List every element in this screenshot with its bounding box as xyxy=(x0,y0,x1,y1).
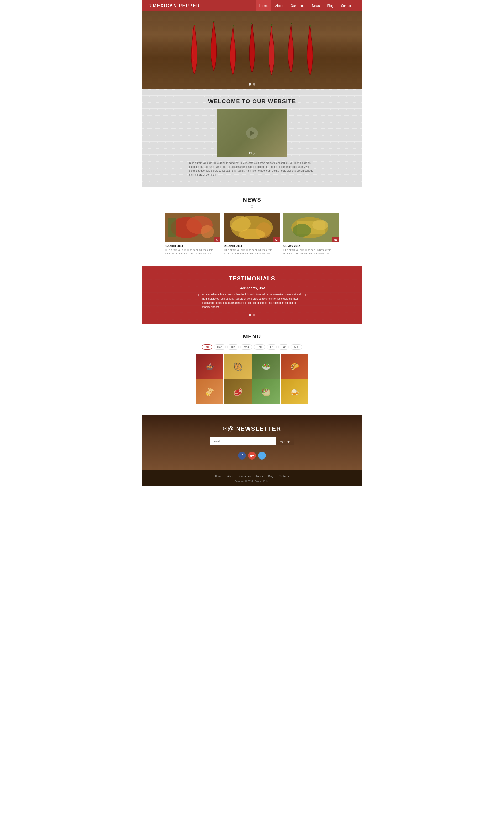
menu-food-icon-7: 🥙 xyxy=(262,388,271,396)
nav-about[interactable]: About xyxy=(271,0,287,11)
menu-tab-sat[interactable]: Sat xyxy=(278,344,289,350)
news-image-3[interactable]: $6 xyxy=(283,213,339,242)
menu-tab-mon[interactable]: Mon xyxy=(214,344,225,350)
menu-item-4[interactable]: 🌮 xyxy=(281,354,308,379)
news-desc-2: Duis autem vel eum iriure dolor in hendr… xyxy=(224,248,280,255)
menu-item-5[interactable]: 🫔 xyxy=(196,379,223,404)
svg-point-13 xyxy=(293,224,311,237)
news-desc-3: Duis autem vel eum iriure dolor in hendr… xyxy=(283,248,339,255)
menu-tab-sun[interactable]: Sun xyxy=(291,344,302,350)
news-divider xyxy=(152,205,352,208)
welcome-section: WELCOME TO OUR WEBSITE Play Duis autem v… xyxy=(142,89,362,187)
nav-home[interactable]: Home xyxy=(256,0,271,11)
pepper-7 xyxy=(301,25,319,76)
newsletter-section: ✉@ NEWSLETTER sign up f g+ t xyxy=(142,415,362,470)
menu-tab-tue[interactable]: Tue xyxy=(227,344,239,350)
nav-news[interactable]: News xyxy=(308,0,324,11)
welcome-description: Duis autem vel eum iriure dolor in hendr… xyxy=(189,161,315,177)
play-label: Play xyxy=(249,152,255,155)
newsletter-email-icon: ✉@ xyxy=(223,425,233,432)
testimonial-carousel-dots xyxy=(157,314,347,316)
menu-item-8[interactable]: 🍛 xyxy=(281,379,308,404)
news-img-svg-2 xyxy=(224,213,280,242)
menu-section: MENU All Mon Tue Wed Thu Fri Sat Sun 🍲 🥘… xyxy=(142,324,362,415)
footer-nav-news[interactable]: News xyxy=(256,475,263,478)
news-image-1[interactable]: $7 xyxy=(165,213,221,242)
welcome-title: WELCOME TO OUR WEBSITE xyxy=(147,98,357,105)
pepper-2 xyxy=(205,21,223,76)
menu-item-7[interactable]: 🥙 xyxy=(252,379,280,404)
footer: Home About Our menu News Blog Contacts C… xyxy=(142,470,362,486)
menu-food-icon-3: 🥗 xyxy=(262,362,271,371)
testimonial-text: Autem vel eum iriure dolor in hendrerit … xyxy=(202,293,302,309)
menu-tab-thu[interactable]: Thu xyxy=(254,344,265,350)
svg-point-9 xyxy=(239,229,265,239)
news-desc-1: Duis autem vel eum iriure dolor in hendr… xyxy=(165,248,221,255)
pepper-6 xyxy=(282,23,300,76)
menu-food-grid: 🍲 🥘 🥗 🌮 🫔 🥩 🥙 🍛 xyxy=(196,354,308,404)
footer-nav-blog[interactable]: Blog xyxy=(268,475,273,478)
news-date-3: 01 May 2014 xyxy=(283,244,339,247)
newsletter-title-area: ✉@ NEWSLETTER xyxy=(147,425,357,432)
news-price-2: $2 xyxy=(273,237,280,242)
menu-food-icon-1: 🍲 xyxy=(205,362,214,371)
facebook-icon[interactable]: f xyxy=(238,452,246,460)
testimonial-author: Jack Adams, USA xyxy=(157,286,347,290)
menu-item-6[interactable]: 🥩 xyxy=(224,379,252,404)
menu-item-2[interactable]: 🥘 xyxy=(224,354,252,379)
menu-tabs: All Mon Tue Wed Thu Fri Sat Sun xyxy=(152,344,352,350)
hero-carousel-dots xyxy=(249,83,255,86)
moon-icon: ☽ xyxy=(147,3,151,9)
pepper-4 xyxy=(243,23,261,76)
news-card-2: $2 21 April 2014 Duis autem vel eum iriu… xyxy=(224,213,280,255)
news-image-2[interactable]: $2 xyxy=(224,213,280,242)
peppers-display xyxy=(185,19,319,82)
menu-tab-fri[interactable]: Fri xyxy=(267,344,277,350)
menu-tab-wed[interactable]: Wed xyxy=(240,344,252,350)
news-img-svg-3 xyxy=(283,213,339,242)
google-plus-icon[interactable]: g+ xyxy=(248,452,256,460)
footer-nav-contacts[interactable]: Contacts xyxy=(279,475,289,478)
menu-item-3[interactable]: 🥗 xyxy=(252,354,280,379)
news-img-svg-1 xyxy=(165,213,221,242)
newsletter-email-input[interactable] xyxy=(210,437,276,445)
menu-item-1[interactable]: 🍲 xyxy=(196,354,223,379)
footer-nav-our-menu[interactable]: Our menu xyxy=(239,475,251,478)
close-quote-icon: " xyxy=(305,293,308,302)
news-title: NEWS xyxy=(152,196,352,203)
pepper-1 xyxy=(185,24,204,76)
hero-dot-1[interactable] xyxy=(249,83,251,86)
hero-section xyxy=(142,11,362,89)
testimonial-dot-1[interactable] xyxy=(249,314,251,316)
newsletter-submit-button[interactable]: sign up xyxy=(276,437,294,445)
svg-point-14 xyxy=(312,220,328,230)
menu-food-icon-5: 🫔 xyxy=(205,388,214,396)
header: ☽ MEXICAN PEPPER Home About Our menu New… xyxy=(142,0,362,11)
news-card-1: $7 12 April 2014 Duis autem vel eum iriu… xyxy=(165,213,221,255)
testimonials-section: TESTIMONIALS Jack Adams, USA " Autem vel… xyxy=(142,266,362,324)
twitter-icon[interactable]: t xyxy=(258,452,266,460)
svg-rect-3 xyxy=(168,218,176,237)
menu-food-icon-2: 🥘 xyxy=(233,362,243,371)
news-grid: $7 12 April 2014 Duis autem vel eum iriu… xyxy=(152,213,352,255)
hero-dot-2[interactable] xyxy=(253,83,255,86)
svg-point-7 xyxy=(230,216,251,232)
nav-blog[interactable]: Blog xyxy=(324,0,337,11)
nav-contacts[interactable]: Contacts xyxy=(337,0,357,11)
newsletter-form: sign up xyxy=(210,437,294,445)
menu-food-icon-6: 🥩 xyxy=(233,388,243,396)
menu-food-icon-8: 🍛 xyxy=(290,388,299,396)
menu-tab-all[interactable]: All xyxy=(202,344,212,350)
newsletter-heading: NEWSLETTER xyxy=(236,425,281,432)
pepper-3 xyxy=(224,25,242,76)
news-price-1: $7 xyxy=(214,237,221,242)
video-player[interactable]: Play xyxy=(217,109,287,157)
footer-nav-home[interactable]: Home xyxy=(215,475,222,478)
main-nav: Home About Our menu News Blog Contacts xyxy=(256,0,357,11)
footer-nav: Home About Our menu News Blog Contacts xyxy=(147,475,357,478)
testimonial-dot-2[interactable] xyxy=(253,314,255,316)
logo-area: ☽ MEXICAN PEPPER xyxy=(147,3,256,9)
nav-our-menu[interactable]: Our menu xyxy=(287,0,308,11)
open-quote-icon: " xyxy=(196,293,199,302)
footer-nav-about[interactable]: About xyxy=(227,475,234,478)
